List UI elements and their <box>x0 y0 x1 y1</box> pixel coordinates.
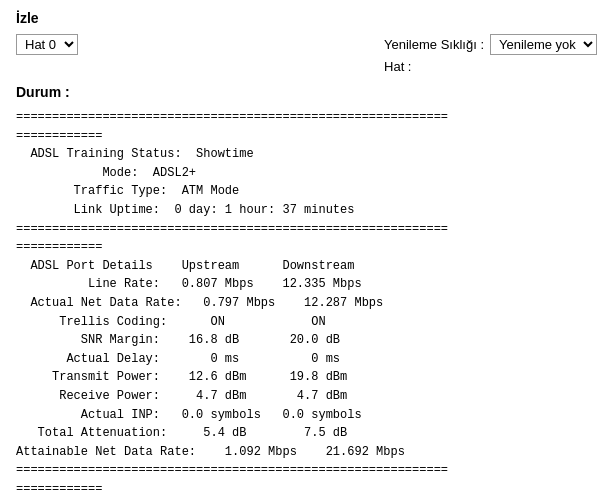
right-controls: Yenileme Sıklığı : Yenileme yok 5 saniye… <box>384 34 597 74</box>
left-controls: Hat 0 Hat 1 <box>16 34 78 55</box>
top-controls: Hat 0 Hat 1 Yenileme Sıklığı : Yenileme … <box>16 34 597 74</box>
page-title: İzle <box>16 10 597 26</box>
refresh-control-row: Yenileme Sıklığı : Yenileme yok 5 saniye… <box>384 34 597 55</box>
refresh-select[interactable]: Yenileme yok 5 saniye 10 saniye 30 saniy… <box>490 34 597 55</box>
hat-control-row: Hat 0 Hat 1 <box>16 34 78 55</box>
status-section-title: Durum : <box>16 84 597 100</box>
refresh-label: Yenileme Sıklığı : <box>384 37 484 52</box>
hat-select[interactable]: Hat 0 Hat 1 <box>16 34 78 55</box>
hat-label-row: Hat : <box>384 59 411 74</box>
hat-label: Hat : <box>384 59 411 74</box>
status-content: ========================================… <box>16 108 597 498</box>
